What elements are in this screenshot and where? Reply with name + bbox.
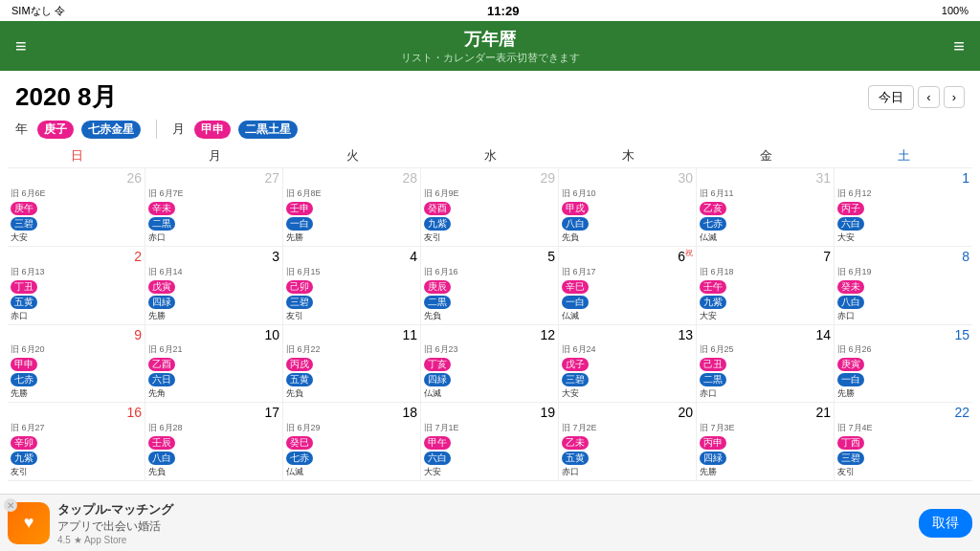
day-number: 18: [286, 405, 417, 421]
day-number: 30: [562, 170, 693, 187]
kan-badge: 丁西: [837, 436, 864, 450]
ad-text-area: タップル-マッチング アプリで出会い婚活 4.5 ★ App Store: [57, 501, 911, 545]
day-number: 5: [424, 249, 555, 265]
app-title: 万年暦: [401, 28, 580, 51]
status-time: 11:29: [487, 4, 519, 18]
year-badge-2: 七赤金星: [81, 121, 141, 139]
ad-close-button[interactable]: ✕: [4, 498, 17, 512]
badges-row: 年 庚子 七赤金星 月 甲申 二黒土星: [0, 118, 980, 144]
kan-badge: 辛卯: [11, 436, 37, 450]
lunar-date: 旧 6月26: [837, 343, 969, 356]
lunar-date: 旧 6月18: [700, 266, 831, 278]
cell-aug21[interactable]: 21 旧 7月3E 丙申 四緑 先勝: [697, 403, 835, 480]
day-number: 29: [424, 170, 555, 187]
cell-aug19[interactable]: 19 旧 7月1E 甲午 六白 大安: [421, 403, 559, 480]
rokuyo: 先角: [148, 387, 279, 400]
rokuyo: 赤口: [562, 466, 693, 478]
month-badge-2: 二黒土星: [238, 121, 298, 139]
kan-badge: 丙戌: [286, 358, 313, 371]
cell-aug18[interactable]: 18 旧 6月29 癸巳 七赤 仏滅: [283, 403, 421, 480]
kan-badge: 己丑: [700, 358, 726, 371]
lunar-date: 旧 6月17: [562, 266, 693, 278]
cell-aug14[interactable]: 14 旧 6月25 己丑 二黒 赤口: [697, 325, 835, 403]
cell-aug16[interactable]: 16 旧 6月27 辛卯 九紫 友引: [8, 403, 145, 480]
status-left: SIMなし 令: [11, 4, 65, 18]
lunar-date: 旧 6月6E: [11, 187, 142, 200]
next-month-button[interactable]: ›: [944, 86, 965, 108]
rokuyo: 大安: [424, 466, 555, 478]
ad-banner: ✕ ♥ タップル-マッチング アプリで出会い婚活 4.5 ★ App Store…: [0, 494, 980, 551]
star-badge: 三碧: [286, 296, 313, 309]
cell-aug11[interactable]: 11 旧 6月22 丙戌 五黄 先負: [283, 325, 421, 403]
cell-aug22[interactable]: 22 旧 7月4E 丁西 三碧 友引: [835, 403, 972, 480]
day-number: 10: [148, 327, 279, 343]
ad-get-button[interactable]: 取得: [919, 509, 972, 538]
cell-aug12[interactable]: 12 旧 6月23 丁亥 四緑 仏滅: [421, 325, 559, 403]
cell-jul27[interactable]: 27 旧 6月7E 辛未 二黒 赤口: [145, 168, 283, 246]
star-badge: 六白: [424, 452, 451, 465]
rokuyo: 先勝: [286, 231, 417, 244]
rokuyo: 先負: [424, 310, 555, 322]
star-badge: 二黒: [700, 373, 726, 386]
cell-aug4[interactable]: 4 旧 6月15 己卯 三碧 友引: [283, 247, 421, 324]
cell-aug2[interactable]: 2 旧 6月13 丁丑 五黄 赤口: [8, 247, 145, 324]
header-sun: 日: [8, 144, 145, 167]
cell-aug13[interactable]: 13 旧 6月24 戊子 三碧 大安: [559, 325, 697, 403]
prev-month-button[interactable]: ‹: [918, 86, 939, 108]
rokuyo: 赤口: [700, 387, 831, 400]
cell-jul28[interactable]: 28 旧 6月8E 壬申 一白 先勝: [283, 168, 421, 246]
today-button[interactable]: 今日: [868, 85, 914, 110]
cell-aug20[interactable]: 20 旧 7月2E 乙未 五黄 赤口: [559, 403, 697, 480]
lunar-date: 旧 7月3E: [700, 422, 831, 434]
calendar-nav-buttons: 今日 ‹ ›: [868, 85, 965, 110]
cell-aug17[interactable]: 17 旧 6月28 壬辰 八白 先負: [145, 403, 283, 480]
lunar-date: 旧 7月1E: [424, 422, 555, 434]
star-badge: 九紫: [11, 452, 37, 465]
cell-jul26[interactable]: 26 旧 6月6E 庚午 三碧 大安: [8, 168, 145, 246]
cell-aug7[interactable]: 7 旧 6月18 壬午 九紫 大安: [697, 247, 835, 324]
cell-aug6[interactable]: 6祝 旧 6月17 辛巳 一白 仏滅: [559, 247, 697, 324]
rokuyo: 赤口: [148, 231, 279, 244]
rokuyo: 先負: [148, 466, 279, 478]
cell-jul30[interactable]: 30 旧 6月10 甲戌 八白 先負: [559, 168, 697, 246]
kan-badge: 丁丑: [11, 280, 37, 294]
lunar-date: 旧 7月2E: [562, 422, 693, 434]
cell-aug8[interactable]: 8 旧 6月19 癸未 八白 赤口: [835, 247, 972, 324]
cell-jul31[interactable]: 31 旧 6月11 乙亥 七赤 仏滅: [697, 168, 835, 246]
star-badge: 七赤: [286, 452, 313, 465]
star-badge: 七赤: [11, 373, 37, 386]
year-label: 年: [15, 121, 28, 138]
ad-subtitle: アプリで出会い婚活: [57, 518, 911, 535]
battery-status: 100%: [942, 5, 969, 16]
cell-aug3[interactable]: 3 旧 6月14 戊寅 四緑 先勝: [145, 247, 283, 324]
day-number: 12: [424, 327, 555, 343]
day-number: 3: [148, 249, 279, 265]
lunar-date: 旧 6月25: [700, 343, 831, 356]
rokuyo: 先勝: [148, 310, 279, 322]
lunar-date: 旧 6月22: [286, 343, 417, 356]
app-subtitle: リスト・カレンダー表示切替できます: [401, 51, 580, 65]
star-badge: 八白: [562, 217, 589, 231]
cell-aug10[interactable]: 10 旧 6月21 乙酉 六日 先角: [145, 325, 283, 403]
status-right: 100%: [942, 5, 969, 16]
ad-title: タップル-マッチング: [57, 501, 911, 518]
cell-aug9[interactable]: 9 旧 6月20 甲申 七赤 先勝: [8, 325, 145, 403]
cell-aug1[interactable]: 1 旧 6月12 丙子 六白 大安: [835, 168, 972, 246]
calendar-header-row: 日 月 火 水 木 金 土: [8, 144, 972, 168]
star-badge: 七赤: [700, 217, 726, 231]
star-badge: 六白: [837, 217, 864, 231]
kan-badge: 戊子: [562, 358, 589, 371]
kan-badge: 辛未: [148, 202, 175, 215]
cell-jul29[interactable]: 29 旧 6月9E 癸酉 九紫 友引: [421, 168, 559, 246]
menu-icon[interactable]: ≡: [15, 35, 27, 57]
calendar-grid: 日 月 火 水 木 金 土 26 旧 6月6E 庚午 三碧 大安 27 旧 6月…: [0, 144, 980, 481]
kan-badge: 庚午: [11, 202, 37, 215]
list-icon[interactable]: ≡: [953, 35, 965, 57]
day-number: 11: [286, 327, 417, 343]
lunar-date: 旧 6月7E: [148, 187, 279, 200]
calendar-week-2: 2 旧 6月13 丁丑 五黄 赤口 3 旧 6月14 戊寅 四緑 先勝 4 旧 …: [8, 247, 972, 325]
cell-aug15[interactable]: 15 旧 6月26 庚寅 一白 先勝: [835, 325, 972, 403]
rokuyo: 仏滅: [562, 310, 693, 322]
cell-aug5[interactable]: 5 旧 6月16 庚辰 二黒 先負: [421, 247, 559, 324]
kan-badge: 己卯: [286, 280, 313, 294]
